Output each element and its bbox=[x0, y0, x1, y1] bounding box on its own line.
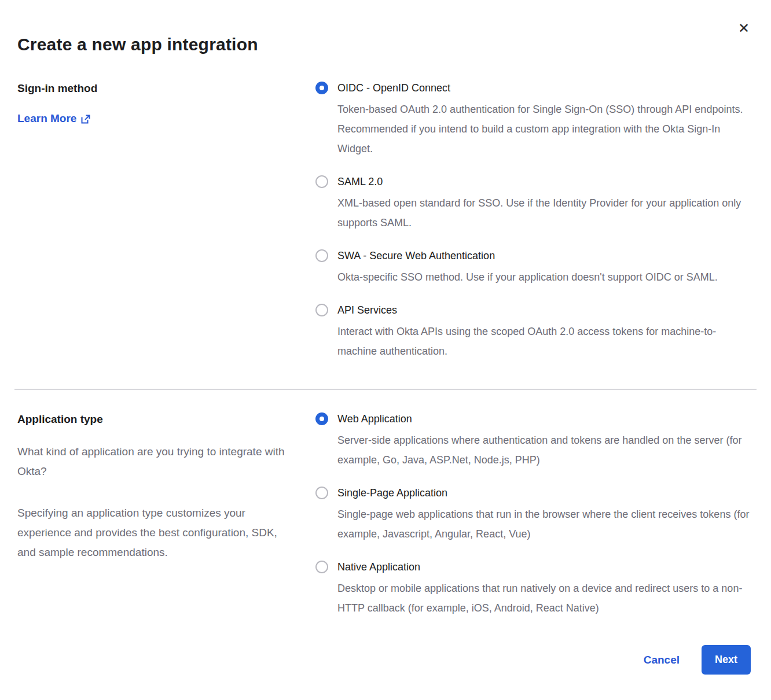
close-icon[interactable]: ✕ bbox=[736, 21, 751, 36]
application-type-explanation: Specifying an application type customize… bbox=[17, 503, 292, 562]
signin-option-swa-label[interactable]: SWA - Secure Web Authentication bbox=[337, 249, 751, 263]
apptype-option-native-description: Desktop or mobile applications that run … bbox=[337, 579, 751, 618]
external-link-icon bbox=[81, 114, 90, 123]
apptype-option-web-description: Server-side applications where authentic… bbox=[337, 430, 751, 470]
signin-method-section: Sign-in method Learn More OIDC - OpenID … bbox=[17, 81, 751, 361]
signin-option-api-services[interactable]: API Services Interact with Okta APIs usi… bbox=[315, 303, 751, 361]
apptype-option-web[interactable]: Web Application Server-side applications… bbox=[315, 412, 751, 470]
apptype-option-native-label[interactable]: Native Application bbox=[337, 560, 751, 574]
application-type-label: Application type bbox=[17, 413, 292, 426]
signin-option-oidc-description: Token-based OAuth 2.0 authentication for… bbox=[337, 100, 751, 159]
signin-option-oidc[interactable]: OIDC - OpenID Connect Token-based OAuth … bbox=[315, 81, 751, 159]
apptype-option-spa-label[interactable]: Single-Page Application bbox=[337, 486, 751, 500]
radio-single-page-application[interactable] bbox=[315, 487, 328, 499]
signin-option-oidc-label[interactable]: OIDC - OpenID Connect bbox=[337, 81, 751, 95]
next-button[interactable]: Next bbox=[702, 645, 751, 675]
apptype-option-spa[interactable]: Single-Page Application Single-page web … bbox=[315, 486, 751, 544]
signin-option-swa[interactable]: SWA - Secure Web Authentication Okta-spe… bbox=[315, 249, 751, 287]
application-type-question: What kind of application are you trying … bbox=[17, 442, 292, 481]
section-divider bbox=[14, 389, 757, 390]
signin-option-swa-description: Okta-specific SSO method. Use if your ap… bbox=[337, 267, 751, 287]
radio-web-application-selected[interactable] bbox=[315, 412, 328, 425]
learn-more-label: Learn More bbox=[17, 112, 76, 125]
radio-swa[interactable] bbox=[315, 249, 328, 262]
radio-saml[interactable] bbox=[315, 175, 328, 188]
signin-option-saml-description: XML-based open standard for SSO. Use if … bbox=[337, 193, 751, 233]
apptype-option-native[interactable]: Native Application Desktop or mobile app… bbox=[315, 560, 751, 618]
cancel-button[interactable]: Cancel bbox=[644, 654, 680, 666]
radio-oidc-selected[interactable] bbox=[315, 82, 328, 94]
signin-option-saml-label[interactable]: SAML 2.0 bbox=[337, 175, 751, 189]
signin-option-api-services-description: Interact with Okta APIs using the scoped… bbox=[337, 322, 751, 361]
create-app-integration-dialog: ✕ Create a new app integration Sign-in m… bbox=[0, 0, 771, 700]
page-title: Create a new app integration bbox=[17, 0, 751, 54]
signin-method-label: Sign-in method bbox=[17, 82, 292, 95]
learn-more-link[interactable]: Learn More bbox=[17, 112, 90, 125]
dialog-footer: Cancel Next bbox=[644, 645, 751, 675]
signin-option-saml[interactable]: SAML 2.0 XML-based open standard for SSO… bbox=[315, 175, 751, 233]
application-type-section: Application type What kind of applicatio… bbox=[17, 412, 751, 618]
apptype-option-web-label[interactable]: Web Application bbox=[337, 412, 751, 426]
signin-option-api-services-label[interactable]: API Services bbox=[337, 303, 751, 317]
apptype-option-spa-description: Single-page web applications that run in… bbox=[337, 504, 751, 544]
radio-api-services[interactable] bbox=[315, 304, 328, 316]
radio-native-application[interactable] bbox=[315, 561, 328, 573]
